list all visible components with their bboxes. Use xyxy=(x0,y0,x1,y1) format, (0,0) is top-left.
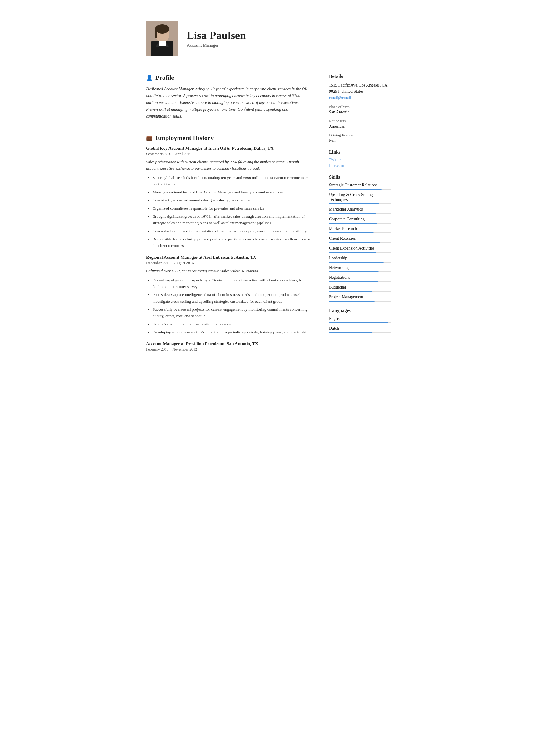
skill-bar-fill xyxy=(329,262,384,262)
languages-heading: Languages xyxy=(329,308,391,313)
detail-address-block: 1515 Pacific Ave, Los Angeles, CA 90291,… xyxy=(329,82,391,100)
skill-bar-bg xyxy=(329,301,391,302)
skill-bar-fill xyxy=(329,281,378,282)
language-name: Dutch xyxy=(329,326,391,331)
list-item: Post-Sales: Capture intelligence data of… xyxy=(153,291,311,305)
list-item: Exceed target growth prospects by 28% vi… xyxy=(153,277,311,290)
skill-item: Negotiations xyxy=(329,275,391,282)
skill-name: Client Expansion Activities xyxy=(329,246,391,251)
skill-bar-fill xyxy=(329,203,378,204)
skill-item: Marketing Analytics xyxy=(329,207,391,214)
detail-driving-label: Driving license xyxy=(329,133,391,138)
candidate-name: Lisa Paulsen xyxy=(187,29,388,41)
skill-item: Market Research xyxy=(329,227,391,233)
skill-bar-bg xyxy=(329,262,391,262)
list-item: Manage a national team of five Account M… xyxy=(153,189,311,196)
links-heading: Links xyxy=(329,149,391,155)
skill-bar-fill xyxy=(329,223,377,224)
detail-driving-block: Driving license Full xyxy=(329,133,391,143)
skill-bar-bg xyxy=(329,232,391,233)
skill-bar-fill xyxy=(329,291,372,292)
skill-bar-fill xyxy=(329,271,378,272)
job-1-bullets: Secure global RFP bids for clients total… xyxy=(146,175,311,249)
skill-bar-bg xyxy=(329,242,391,243)
detail-birth-value: San Antonio xyxy=(329,110,391,115)
skill-bar-bg xyxy=(329,252,391,253)
skill-bar-bg xyxy=(329,271,391,272)
skill-item: Leadership xyxy=(329,256,391,262)
detail-birth-label: Place of birth xyxy=(329,104,391,109)
language-item: English xyxy=(329,316,391,323)
skill-name: Upselling & Cross-Selling Techniques xyxy=(329,193,391,202)
job-1-title: Global Key Account Manager at Inash Oil … xyxy=(146,146,311,151)
main-layout: 👤 Profile Dedicated Account Manager, bri… xyxy=(134,65,400,366)
skill-item: Networking xyxy=(329,265,391,272)
job-1: Global Key Account Manager at Inash Oil … xyxy=(146,146,311,249)
job-2: Regional Account Manager at Asol Lubrica… xyxy=(146,255,311,336)
detail-nationality-label: Nationality xyxy=(329,119,391,123)
skill-bar-fill xyxy=(329,189,382,190)
lang-bar-fill xyxy=(329,322,388,323)
skill-bar-fill xyxy=(329,301,375,302)
skill-bar-bg xyxy=(329,291,391,292)
list-item: Developing accounts executive's potentia… xyxy=(153,329,311,336)
detail-address: 1515 Pacific Ave, Los Angeles, CA 90291,… xyxy=(329,82,391,94)
profile-text: Dedicated Account Manager, bringing 10 y… xyxy=(146,86,311,120)
lang-bar-fill xyxy=(329,332,372,333)
skill-item: Upselling & Cross-Selling Techniques xyxy=(329,193,391,204)
skill-item: Strategic Customer Relations xyxy=(329,183,391,190)
skill-bar-bg xyxy=(329,189,391,190)
lang-bar-bg xyxy=(329,332,391,333)
job-1-dates: September 2016 – April 2019 xyxy=(146,151,311,156)
job-2-summary: Cultivated over $550,000 in recurring ac… xyxy=(146,268,311,274)
job-3: Account Manager at Presidion Petroleum, … xyxy=(146,341,311,352)
profile-divider xyxy=(146,125,311,126)
profile-icon: 👤 xyxy=(146,74,153,81)
language-name: English xyxy=(329,316,391,321)
skill-name: Project Management xyxy=(329,295,391,299)
skill-name: Budgeting xyxy=(329,285,391,290)
job-1-summary: Sales performance with current clients i… xyxy=(146,159,311,171)
employment-section-heading: 💼 Employment History xyxy=(146,134,311,142)
skill-item: Project Management xyxy=(329,295,391,302)
skill-bar-fill xyxy=(329,213,375,214)
skill-item: Client Expansion Activities xyxy=(329,246,391,253)
skill-name: Leadership xyxy=(329,256,391,260)
avatar xyxy=(146,21,178,56)
svg-rect-5 xyxy=(159,41,165,46)
skill-name: Client Retention xyxy=(329,236,391,241)
list-item: Organized committees responsible for pre… xyxy=(153,205,311,212)
employment-heading-label: Employment History xyxy=(156,134,214,142)
skill-bar-bg xyxy=(329,213,391,214)
list-item: Conceptualization and implementation of … xyxy=(153,228,311,234)
detail-driving-value: Full xyxy=(329,138,391,143)
linkedin-link[interactable]: Linkedin xyxy=(329,163,391,168)
job-2-title: Regional Account Manager at Asol Lubrica… xyxy=(146,255,311,260)
skill-item: Client Retention xyxy=(329,236,391,243)
detail-nationality-value: American xyxy=(329,124,391,129)
lang-bar-bg xyxy=(329,322,391,323)
list-item: Hold a Zero complaint and escalation tra… xyxy=(153,321,311,328)
resume-header: Lisa Paulsen Account Manager xyxy=(134,12,400,65)
right-column: Details 1515 Pacific Ave, Los Angeles, C… xyxy=(323,65,400,366)
profile-section-heading: 👤 Profile xyxy=(146,74,311,82)
list-item: Successfully oversee all projects for cu… xyxy=(153,306,311,319)
skill-bar-bg xyxy=(329,203,391,204)
job-3-dates: February 2010 – November 2012 xyxy=(146,347,311,352)
job-3-title: Account Manager at Presidion Petroleum, … xyxy=(146,341,311,346)
detail-birth-block: Place of birth San Antonio xyxy=(329,104,391,115)
twitter-link[interactable]: Twitter xyxy=(329,158,391,162)
header-info: Lisa Paulsen Account Manager xyxy=(187,29,388,48)
details-heading: Details xyxy=(329,74,391,79)
skill-bar-fill xyxy=(329,242,380,243)
list-item: Secure global RFP bids for clients total… xyxy=(153,175,311,188)
skill-bar-bg xyxy=(329,281,391,282)
list-item: Consistently exceeded annual sales goals… xyxy=(153,197,311,203)
profile-heading-label: Profile xyxy=(156,74,174,82)
skill-name: Corporate Consulting xyxy=(329,217,391,222)
list-item: Responsible for monitoring pre and post-… xyxy=(153,236,311,249)
language-item: Dutch xyxy=(329,326,391,333)
svg-rect-4 xyxy=(155,29,157,38)
skill-name: Market Research xyxy=(329,227,391,231)
job-2-bullets: Exceed target growth prospects by 28% vi… xyxy=(146,277,311,336)
